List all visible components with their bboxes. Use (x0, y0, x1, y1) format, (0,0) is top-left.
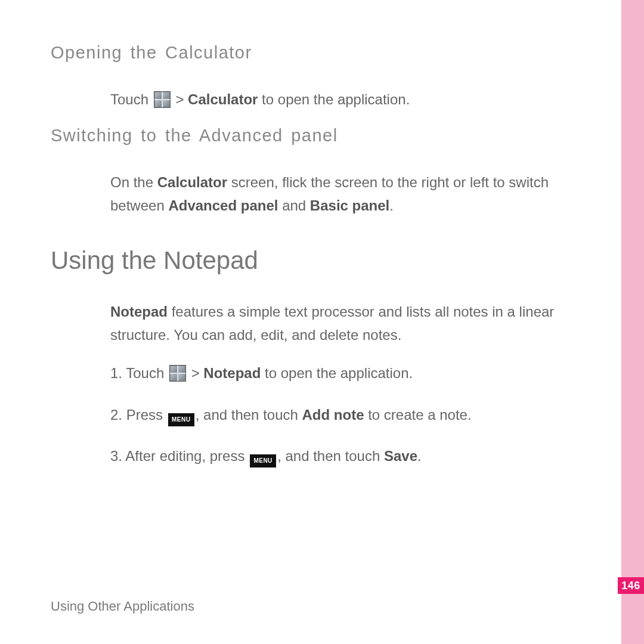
menu-button-icon: MENU (168, 413, 194, 426)
apps-grid-icon (154, 91, 171, 108)
text: to open the application. (261, 365, 413, 381)
step-3: 3. After editing, press MENU, and then t… (110, 444, 590, 468)
step-2: 2. Press MENU, and then touch Add note t… (110, 403, 590, 427)
heading-using-notepad: Using the Notepad (51, 246, 590, 275)
text-bold: Add note (302, 407, 364, 423)
text: . (389, 197, 394, 213)
para-open-calculator: Touch > Calculator to open the applicati… (110, 88, 590, 112)
text-bold: Notepad (203, 365, 261, 381)
text: On the (110, 174, 157, 190)
para-switch-advanced: On the Calculator screen, flick the scre… (110, 171, 590, 218)
page-number-badge: 146 (618, 577, 644, 594)
text: features a simple text processor and lis… (110, 304, 554, 343)
text: , and then touch (277, 448, 384, 464)
apps-grid-icon (169, 365, 186, 382)
text-bold: Save (384, 448, 417, 464)
page-content: Opening the Calculator Touch > Calculato… (51, 43, 590, 486)
menu-button-icon: MENU (250, 454, 276, 467)
text: > (172, 91, 188, 107)
text: 1. Touch (110, 365, 168, 381)
text-bold: Notepad (110, 304, 168, 320)
side-stripe (621, 0, 644, 644)
text: . (417, 448, 422, 464)
text-bold: Calculator (188, 91, 258, 107)
text-bold: Basic panel (310, 197, 389, 213)
text: to create a note. (364, 407, 472, 423)
footer-chapter-title: Using Other Applications (51, 599, 194, 614)
text: 2. Press (110, 407, 167, 423)
step-1: 1. Touch > Notepad to open the applicati… (110, 361, 590, 385)
text: 3. After editing, press (110, 448, 249, 464)
text-bold: Calculator (157, 174, 227, 190)
text: Touch (110, 91, 153, 107)
heading-opening-calculator: Opening the Calculator (51, 43, 590, 63)
text: > (187, 365, 203, 381)
text: and (278, 197, 309, 213)
heading-switch-advanced: Switching to the Advanced panel (51, 126, 590, 145)
text: , and then touch (196, 407, 302, 423)
text: to open the application. (258, 91, 410, 107)
text-bold: Advanced panel (168, 197, 278, 213)
para-notepad-intro: Notepad features a simple text processor… (110, 300, 590, 347)
